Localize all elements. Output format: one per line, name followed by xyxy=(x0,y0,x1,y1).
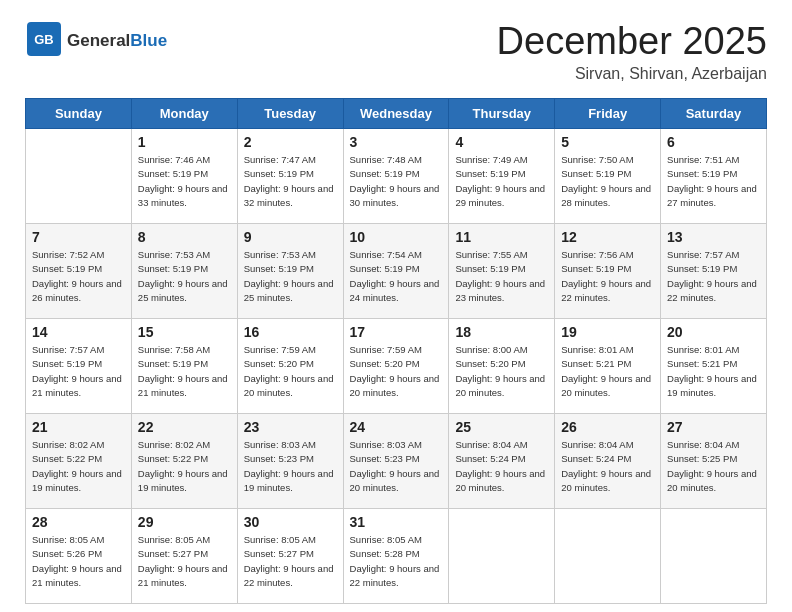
svg-text:GB: GB xyxy=(34,32,54,47)
day-number: 8 xyxy=(138,229,231,245)
calendar-day-cell: 5Sunrise: 7:50 AMSunset: 5:19 PMDaylight… xyxy=(555,129,661,224)
calendar-day-cell: 20Sunrise: 8:01 AMSunset: 5:21 PMDayligh… xyxy=(661,319,767,414)
calendar-header-row: SundayMondayTuesdayWednesdayThursdayFrid… xyxy=(26,99,767,129)
calendar-day-cell xyxy=(26,129,132,224)
day-number: 18 xyxy=(455,324,548,340)
calendar-day-cell: 2Sunrise: 7:47 AMSunset: 5:19 PMDaylight… xyxy=(237,129,343,224)
calendar-day-header: Tuesday xyxy=(237,99,343,129)
day-info: Sunrise: 8:05 AMSunset: 5:28 PMDaylight:… xyxy=(350,533,443,590)
day-info: Sunrise: 7:57 AMSunset: 5:19 PMDaylight:… xyxy=(667,248,760,305)
day-number: 28 xyxy=(32,514,125,530)
calendar-week-row: 7Sunrise: 7:52 AMSunset: 5:19 PMDaylight… xyxy=(26,224,767,319)
calendar-day-cell: 3Sunrise: 7:48 AMSunset: 5:19 PMDaylight… xyxy=(343,129,449,224)
calendar-day-header: Thursday xyxy=(449,99,555,129)
day-number: 19 xyxy=(561,324,654,340)
calendar-day-cell: 28Sunrise: 8:05 AMSunset: 5:26 PMDayligh… xyxy=(26,509,132,604)
calendar-day-cell: 4Sunrise: 7:49 AMSunset: 5:19 PMDaylight… xyxy=(449,129,555,224)
calendar-day-cell: 27Sunrise: 8:04 AMSunset: 5:25 PMDayligh… xyxy=(661,414,767,509)
calendar-day-header: Friday xyxy=(555,99,661,129)
day-info: Sunrise: 7:47 AMSunset: 5:19 PMDaylight:… xyxy=(244,153,337,210)
calendar-day-cell: 13Sunrise: 7:57 AMSunset: 5:19 PMDayligh… xyxy=(661,224,767,319)
day-info: Sunrise: 7:55 AMSunset: 5:19 PMDaylight:… xyxy=(455,248,548,305)
page-header: GB General Blue December 2025 Sirvan, Sh… xyxy=(25,20,767,83)
day-info: Sunrise: 8:01 AMSunset: 5:21 PMDaylight:… xyxy=(561,343,654,400)
day-number: 22 xyxy=(138,419,231,435)
day-info: Sunrise: 7:52 AMSunset: 5:19 PMDaylight:… xyxy=(32,248,125,305)
calendar-day-cell xyxy=(449,509,555,604)
title-block: December 2025 Sirvan, Shirvan, Azerbaija… xyxy=(497,20,767,83)
logo-graphic: GB xyxy=(25,20,63,62)
day-number: 17 xyxy=(350,324,443,340)
calendar-day-cell: 11Sunrise: 7:55 AMSunset: 5:19 PMDayligh… xyxy=(449,224,555,319)
calendar-day-cell: 14Sunrise: 7:57 AMSunset: 5:19 PMDayligh… xyxy=(26,319,132,414)
day-number: 15 xyxy=(138,324,231,340)
day-info: Sunrise: 7:58 AMSunset: 5:19 PMDaylight:… xyxy=(138,343,231,400)
day-number: 23 xyxy=(244,419,337,435)
day-info: Sunrise: 8:04 AMSunset: 5:24 PMDaylight:… xyxy=(561,438,654,495)
calendar-week-row: 14Sunrise: 7:57 AMSunset: 5:19 PMDayligh… xyxy=(26,319,767,414)
day-info: Sunrise: 8:05 AMSunset: 5:27 PMDaylight:… xyxy=(138,533,231,590)
day-number: 13 xyxy=(667,229,760,245)
calendar-day-cell: 24Sunrise: 8:03 AMSunset: 5:23 PMDayligh… xyxy=(343,414,449,509)
day-info: Sunrise: 7:57 AMSunset: 5:19 PMDaylight:… xyxy=(32,343,125,400)
day-number: 20 xyxy=(667,324,760,340)
day-number: 14 xyxy=(32,324,125,340)
calendar-day-header: Saturday xyxy=(661,99,767,129)
calendar-day-cell: 9Sunrise: 7:53 AMSunset: 5:19 PMDaylight… xyxy=(237,224,343,319)
calendar-day-cell: 22Sunrise: 8:02 AMSunset: 5:22 PMDayligh… xyxy=(131,414,237,509)
day-info: Sunrise: 7:53 AMSunset: 5:19 PMDaylight:… xyxy=(244,248,337,305)
calendar-day-cell: 16Sunrise: 7:59 AMSunset: 5:20 PMDayligh… xyxy=(237,319,343,414)
day-number: 30 xyxy=(244,514,337,530)
day-info: Sunrise: 7:59 AMSunset: 5:20 PMDaylight:… xyxy=(350,343,443,400)
calendar-day-cell: 10Sunrise: 7:54 AMSunset: 5:19 PMDayligh… xyxy=(343,224,449,319)
day-info: Sunrise: 8:02 AMSunset: 5:22 PMDaylight:… xyxy=(32,438,125,495)
day-info: Sunrise: 7:54 AMSunset: 5:19 PMDaylight:… xyxy=(350,248,443,305)
day-number: 4 xyxy=(455,134,548,150)
day-number: 31 xyxy=(350,514,443,530)
day-info: Sunrise: 7:46 AMSunset: 5:19 PMDaylight:… xyxy=(138,153,231,210)
calendar-day-cell: 7Sunrise: 7:52 AMSunset: 5:19 PMDaylight… xyxy=(26,224,132,319)
calendar-day-header: Wednesday xyxy=(343,99,449,129)
day-number: 2 xyxy=(244,134,337,150)
day-number: 5 xyxy=(561,134,654,150)
calendar-day-cell: 26Sunrise: 8:04 AMSunset: 5:24 PMDayligh… xyxy=(555,414,661,509)
day-number: 29 xyxy=(138,514,231,530)
month-title: December 2025 xyxy=(497,20,767,63)
calendar-day-header: Sunday xyxy=(26,99,132,129)
calendar-day-cell: 8Sunrise: 7:53 AMSunset: 5:19 PMDaylight… xyxy=(131,224,237,319)
day-number: 27 xyxy=(667,419,760,435)
day-number: 16 xyxy=(244,324,337,340)
day-number: 25 xyxy=(455,419,548,435)
calendar-day-cell: 1Sunrise: 7:46 AMSunset: 5:19 PMDaylight… xyxy=(131,129,237,224)
day-info: Sunrise: 8:04 AMSunset: 5:25 PMDaylight:… xyxy=(667,438,760,495)
day-info: Sunrise: 7:49 AMSunset: 5:19 PMDaylight:… xyxy=(455,153,548,210)
day-info: Sunrise: 7:53 AMSunset: 5:19 PMDaylight:… xyxy=(138,248,231,305)
day-number: 24 xyxy=(350,419,443,435)
calendar-day-cell: 31Sunrise: 8:05 AMSunset: 5:28 PMDayligh… xyxy=(343,509,449,604)
logo: GB General Blue xyxy=(25,20,167,62)
day-number: 3 xyxy=(350,134,443,150)
day-number: 7 xyxy=(32,229,125,245)
calendar-day-cell: 21Sunrise: 8:02 AMSunset: 5:22 PMDayligh… xyxy=(26,414,132,509)
logo-text-general: General xyxy=(67,32,130,51)
calendar-day-cell: 17Sunrise: 7:59 AMSunset: 5:20 PMDayligh… xyxy=(343,319,449,414)
calendar-day-cell: 18Sunrise: 8:00 AMSunset: 5:20 PMDayligh… xyxy=(449,319,555,414)
calendar-day-cell: 23Sunrise: 8:03 AMSunset: 5:23 PMDayligh… xyxy=(237,414,343,509)
calendar-table: SundayMondayTuesdayWednesdayThursdayFrid… xyxy=(25,98,767,604)
day-info: Sunrise: 8:05 AMSunset: 5:27 PMDaylight:… xyxy=(244,533,337,590)
day-info: Sunrise: 8:01 AMSunset: 5:21 PMDaylight:… xyxy=(667,343,760,400)
calendar-day-cell: 19Sunrise: 8:01 AMSunset: 5:21 PMDayligh… xyxy=(555,319,661,414)
day-info: Sunrise: 8:05 AMSunset: 5:26 PMDaylight:… xyxy=(32,533,125,590)
logo-text-blue: Blue xyxy=(130,32,167,51)
calendar-day-header: Monday xyxy=(131,99,237,129)
day-number: 1 xyxy=(138,134,231,150)
day-number: 26 xyxy=(561,419,654,435)
calendar-day-cell: 29Sunrise: 8:05 AMSunset: 5:27 PMDayligh… xyxy=(131,509,237,604)
location-subtitle: Sirvan, Shirvan, Azerbaijan xyxy=(497,65,767,83)
day-info: Sunrise: 7:56 AMSunset: 5:19 PMDaylight:… xyxy=(561,248,654,305)
calendar-week-row: 28Sunrise: 8:05 AMSunset: 5:26 PMDayligh… xyxy=(26,509,767,604)
day-number: 21 xyxy=(32,419,125,435)
day-number: 12 xyxy=(561,229,654,245)
calendar-week-row: 21Sunrise: 8:02 AMSunset: 5:22 PMDayligh… xyxy=(26,414,767,509)
day-number: 11 xyxy=(455,229,548,245)
